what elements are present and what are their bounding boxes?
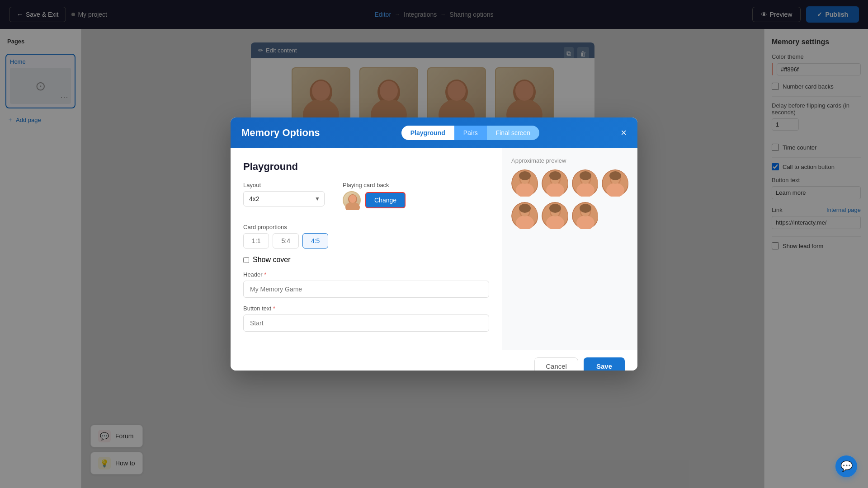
modal-overlay: Memory Options Playground Pairs Final sc… (0, 0, 868, 488)
preview-label: Approximate preview (511, 157, 628, 164)
proportion-4-5[interactable]: 4:5 (302, 233, 328, 249)
show-cover-label: Show cover (253, 256, 291, 264)
tab-playground[interactable]: Playground (401, 126, 454, 140)
preview-card-5 (511, 202, 538, 231)
change-card-back-button[interactable]: Change (365, 192, 406, 208)
svg-point-39 (519, 204, 531, 213)
tab-pairs[interactable]: Pairs (454, 126, 487, 140)
svg-point-24 (549, 171, 561, 180)
button-text-form-label: Button text * (243, 305, 489, 312)
show-cover-row: Show cover (243, 256, 489, 264)
svg-point-13 (345, 202, 360, 210)
svg-point-49 (580, 204, 591, 213)
modal-section-title: Playground (243, 161, 489, 173)
header-input[interactable] (243, 281, 489, 298)
preview-card-3 (572, 169, 599, 198)
svg-point-44 (549, 204, 561, 213)
modal-right: Approximate preview (502, 148, 637, 350)
card-back-group: Playing card back Change (343, 182, 406, 209)
layout-select-wrapper: 4x2 2x2 3x2 4x4 ▼ (243, 191, 325, 206)
card-back-thumbnail (343, 191, 361, 209)
modal-footer: Cancel Save (231, 350, 637, 371)
layout-group: Layout 4x2 2x2 3x2 4x4 ▼ (243, 182, 325, 209)
card-back-label: Playing card back (343, 182, 406, 188)
header-label: Header * (243, 271, 489, 278)
proportion-5-4[interactable]: 5:4 (273, 233, 298, 249)
header-required: * (264, 271, 266, 278)
preview-card-4 (602, 169, 628, 198)
memory-options-modal: Memory Options Playground Pairs Final sc… (231, 117, 637, 371)
show-cover-checkbox[interactable] (243, 257, 249, 263)
layout-label: Layout (243, 182, 325, 188)
card-back-row: Change (343, 191, 406, 209)
layout-cardback-row: Layout 4x2 2x2 3x2 4x4 ▼ Playing (243, 182, 489, 216)
proportion-buttons: 1:1 5:4 4:5 (243, 233, 489, 249)
save-button[interactable]: Save (584, 357, 625, 371)
proportions-label: Card proportions (243, 224, 489, 230)
preview-card-2 (542, 169, 568, 198)
button-text-group: Button text * (243, 305, 489, 332)
preview-grid (511, 169, 628, 231)
modal-left: Playground Layout 4x2 2x2 3x2 4x4 ▼ (231, 148, 502, 350)
chat-icon: 💬 (840, 460, 853, 472)
modal-header: Memory Options Playground Pairs Final sc… (231, 117, 637, 148)
proportions-group: Card proportions 1:1 5:4 4:5 (243, 224, 489, 249)
svg-point-29 (580, 171, 591, 180)
proportion-1-1[interactable]: 1:1 (243, 233, 269, 249)
header-group: Header * (243, 271, 489, 298)
svg-point-34 (609, 171, 621, 180)
modal-body: Playground Layout 4x2 2x2 3x2 4x4 ▼ (231, 148, 637, 350)
tab-final-screen[interactable]: Final screen (487, 126, 539, 140)
preview-card-7 (572, 202, 599, 231)
cancel-button[interactable]: Cancel (534, 357, 578, 371)
modal-title: Memory Options (241, 127, 320, 139)
svg-point-14 (349, 195, 356, 203)
button-required: * (273, 305, 275, 312)
chat-fab-button[interactable]: 💬 (835, 455, 857, 477)
svg-point-19 (519, 171, 531, 180)
button-text-field[interactable] (243, 314, 489, 332)
modal-close-button[interactable]: × (621, 128, 627, 138)
card-back-image (344, 192, 362, 210)
modal-tabs: Playground Pairs Final screen (401, 126, 539, 140)
layout-select[interactable]: 4x2 2x2 3x2 4x4 (243, 191, 325, 206)
preview-card-1 (511, 169, 538, 198)
preview-card-6 (542, 202, 568, 231)
